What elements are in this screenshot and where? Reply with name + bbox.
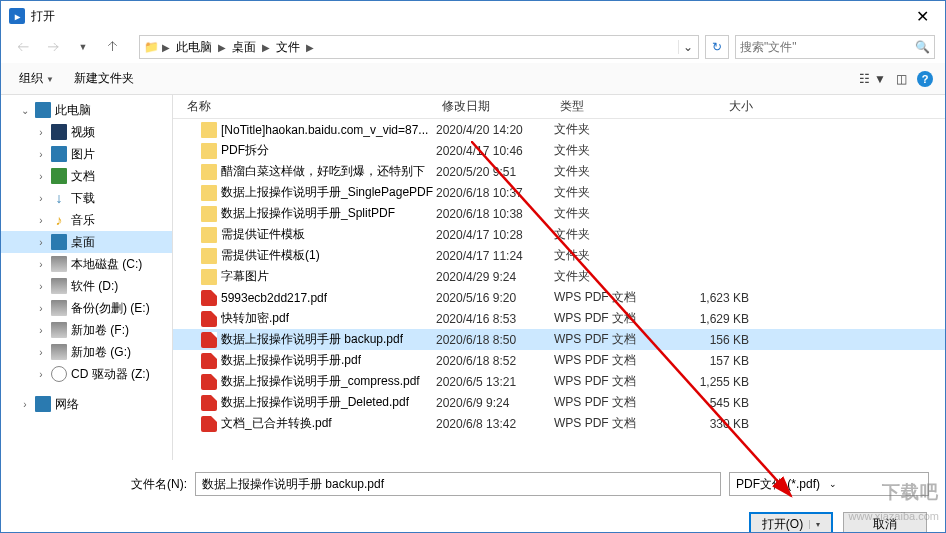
address-dropdown[interactable]: ⌄ <box>678 40 696 54</box>
filename-input[interactable] <box>195 472 721 496</box>
disk-icon <box>51 278 67 294</box>
file-size: 330 KB <box>669 417 759 431</box>
col-name[interactable]: 名称 <box>181 98 436 115</box>
file-date: 2020/6/5 13:21 <box>436 375 554 389</box>
file-row[interactable]: 5993ecb2dd217.pdf2020/5/16 9:20WPS PDF 文… <box>173 287 945 308</box>
expand-icon[interactable]: › <box>35 127 47 138</box>
column-headers: 名称 修改日期 类型 大小 <box>173 95 945 119</box>
preview-pane-button[interactable]: ◫ <box>896 72 907 86</box>
expand-icon[interactable]: › <box>35 171 47 182</box>
open-button[interactable]: 打开(O)▾ <box>749 512 833 533</box>
tree-label: 文档 <box>71 168 95 185</box>
new-folder-button[interactable]: 新建文件夹 <box>68 68 140 89</box>
tree-item[interactable]: ›软件 (D:) <box>1 275 172 297</box>
chevron-right-icon[interactable]: ▶ <box>304 42 316 53</box>
tree-item[interactable]: ›新加卷 (F:) <box>1 319 172 341</box>
file-date: 2020/5/16 9:20 <box>436 291 554 305</box>
chevron-right-icon[interactable]: ▶ <box>160 42 172 53</box>
breadcrumb-seg[interactable]: 桌面 <box>228 36 260 58</box>
tree-label: 本地磁盘 (C:) <box>71 256 142 273</box>
expand-icon[interactable]: › <box>35 369 47 380</box>
col-date[interactable]: 修改日期 <box>436 98 554 115</box>
recent-dropdown[interactable]: ▼ <box>71 35 95 59</box>
file-row[interactable]: 字幕图片2020/4/29 9:24文件夹 <box>173 266 945 287</box>
file-date: 2020/4/16 8:53 <box>436 312 554 326</box>
expand-icon[interactable]: › <box>35 215 47 226</box>
tree-this-pc[interactable]: ⌄ 此电脑 <box>1 99 172 121</box>
expand-icon[interactable]: › <box>19 399 31 410</box>
file-row[interactable]: 数据上报操作说明手册.pdf2020/6/18 8:52WPS PDF 文档15… <box>173 350 945 371</box>
refresh-button[interactable]: ↻ <box>705 35 729 59</box>
breadcrumb[interactable]: 📁 ▶ 此电脑 ▶ 桌面 ▶ 文件 ▶ ⌄ <box>139 35 699 59</box>
file-row[interactable]: 需提供证件模板(1)2020/4/17 11:24文件夹 <box>173 245 945 266</box>
file-date: 2020/4/29 9:24 <box>436 270 554 284</box>
file-row[interactable]: 醋溜白菜这样做，好吃到爆，还特别下2020/5/20 9:51文件夹 <box>173 161 945 182</box>
tree-item[interactable]: ›↓下载 <box>1 187 172 209</box>
view-mode-button[interactable]: ☷▼ <box>859 72 886 86</box>
window-title: 打开 <box>31 8 900 25</box>
file-name: 数据上报操作说明手册_SinglePagePDF <box>221 184 433 201</box>
file-type: 文件夹 <box>554 226 669 243</box>
file-row[interactable]: 数据上报操作说明手册_Deleted.pdf2020/6/9 9:24WPS P… <box>173 392 945 413</box>
file-size: 157 KB <box>669 354 759 368</box>
tree-item[interactable]: ›备份(勿删) (E:) <box>1 297 172 319</box>
expand-icon[interactable]: › <box>35 237 47 248</box>
file-row[interactable]: 数据上报操作说明手册 backup.pdf2020/6/18 8:50WPS P… <box>173 329 945 350</box>
file-row[interactable]: 文档_已合并转换.pdf2020/6/8 13:42WPS PDF 文档330 … <box>173 413 945 434</box>
search-input[interactable] <box>740 40 915 54</box>
expand-icon[interactable]: › <box>35 193 47 204</box>
expand-icon[interactable]: › <box>35 149 47 160</box>
file-row[interactable]: PDF拆分2020/4/17 10:46文件夹 <box>173 140 945 161</box>
file-row[interactable]: [NoTitle]haokan.baidu.com_v_vid=87...202… <box>173 119 945 140</box>
tree-item[interactable]: ›图片 <box>1 143 172 165</box>
file-type: 文件夹 <box>554 205 669 222</box>
tree-label: 图片 <box>71 146 95 163</box>
file-type: 文件夹 <box>554 121 669 138</box>
collapse-icon[interactable]: ⌄ <box>19 105 31 116</box>
file-row[interactable]: 数据上报操作说明手册_SplitPDF2020/6/18 10:38文件夹 <box>173 203 945 224</box>
col-size[interactable]: 大小 <box>669 98 759 115</box>
file-name: 醋溜白菜这样做，好吃到爆，还特别下 <box>221 163 425 180</box>
file-date: 2020/4/20 14:20 <box>436 123 554 137</box>
folder-icon <box>201 185 217 201</box>
file-type-filter[interactable]: PDF文件 (*.pdf) ⌄ <box>729 472 929 496</box>
search-box[interactable]: 🔍 <box>735 35 935 59</box>
file-list[interactable]: [NoTitle]haokan.baidu.com_v_vid=87...202… <box>173 119 945 460</box>
tree-network[interactable]: › 网络 <box>1 393 172 415</box>
tree-item[interactable]: ›桌面 <box>1 231 172 253</box>
file-row[interactable]: 数据上报操作说明手册_SinglePagePDF2020/6/18 10:37文… <box>173 182 945 203</box>
back-button[interactable]: 🡠 <box>11 35 35 59</box>
file-name: 需提供证件模板 <box>221 226 305 243</box>
organize-button[interactable]: 组织▼ <box>13 68 60 89</box>
tree-item[interactable]: ›♪音乐 <box>1 209 172 231</box>
expand-icon[interactable]: › <box>35 303 47 314</box>
expand-icon[interactable]: › <box>35 259 47 270</box>
tree-item[interactable]: ›视频 <box>1 121 172 143</box>
chevron-right-icon[interactable]: ▶ <box>216 42 228 53</box>
file-row[interactable]: 快转加密.pdf2020/4/16 8:53WPS PDF 文档1,629 KB <box>173 308 945 329</box>
breadcrumb-seg[interactable]: 文件 <box>272 36 304 58</box>
file-date: 2020/6/18 10:38 <box>436 207 554 221</box>
expand-icon[interactable]: › <box>35 281 47 292</box>
tree-item[interactable]: ›CD 驱动器 (Z:) <box>1 363 172 385</box>
tree-item[interactable]: ›文档 <box>1 165 172 187</box>
file-row[interactable]: 需提供证件模板2020/4/17 10:28文件夹 <box>173 224 945 245</box>
tree-item[interactable]: ›新加卷 (G:) <box>1 341 172 363</box>
tree-item[interactable]: ›本地磁盘 (C:) <box>1 253 172 275</box>
up-button[interactable]: 🡡 <box>101 35 125 59</box>
search-icon[interactable]: 🔍 <box>915 40 930 54</box>
close-button[interactable]: ✕ <box>900 1 945 31</box>
forward-button[interactable]: 🡢 <box>41 35 65 59</box>
file-row[interactable]: 数据上报操作说明手册_compress.pdf2020/6/5 13:21WPS… <box>173 371 945 392</box>
tree-label: 视频 <box>71 124 95 141</box>
file-date: 2020/6/18 10:37 <box>436 186 554 200</box>
expand-icon[interactable]: › <box>35 325 47 336</box>
expand-icon[interactable]: › <box>35 347 47 358</box>
breadcrumb-seg[interactable]: 此电脑 <box>172 36 216 58</box>
col-type[interactable]: 类型 <box>554 98 669 115</box>
tree-label: 桌面 <box>71 234 95 251</box>
filter-text: PDF文件 (*.pdf) <box>736 476 829 493</box>
tree-label: 下载 <box>71 190 95 207</box>
chevron-right-icon[interactable]: ▶ <box>260 42 272 53</box>
help-button[interactable]: ? <box>917 71 933 87</box>
